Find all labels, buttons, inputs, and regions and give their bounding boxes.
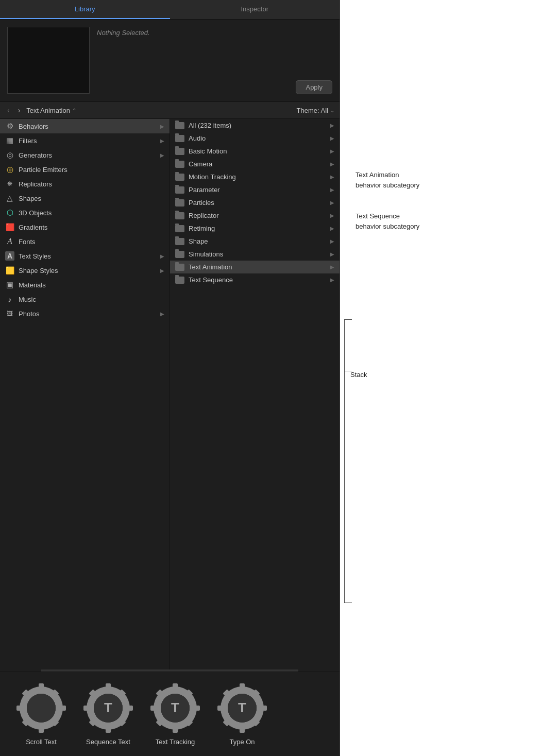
category-label-all: All (232 items): [189, 122, 231, 129]
stack-annotation-text: Stack: [350, 371, 367, 379]
left-panel: Library Inspector Nothing Selected. Appl…: [0, 0, 340, 756]
sidebar-label-music: Music: [19, 296, 36, 303]
sidebar-item-photos[interactable]: 🖼 Photos ▶: [0, 306, 170, 321]
sidebar-item-generators[interactable]: ◎ Generators ▶: [0, 148, 170, 162]
category-label-replicator: Replicator: [189, 212, 219, 219]
category-item-parameter[interactable]: Parameter ▶: [170, 183, 340, 196]
sidebar-item-shape-styles[interactable]: 🟨 Shape Styles ▶: [0, 263, 170, 278]
preview-info: Nothing Selected. Apply: [97, 27, 332, 94]
category-list: All (232 items) ▶ Audio ▶ Basic Motion ▶…: [170, 119, 340, 669]
grid-item-type-on[interactable]: T Type On: [216, 682, 268, 746]
text-tracking-icon: T: [149, 682, 201, 734]
svg-text:T: T: [238, 700, 246, 715]
gradients-icon: 🟥: [5, 222, 14, 232]
folder-motion-tracking-icon: [175, 174, 184, 181]
tab-inspector[interactable]: Inspector: [170, 0, 340, 19]
category-label-camera: Camera: [189, 160, 212, 168]
scroll-text-icon: [15, 682, 67, 734]
folder-parameter-icon: [175, 186, 184, 194]
folder-all-icon: [175, 122, 184, 129]
category-item-text-animation[interactable]: Text Animation ▶: [170, 261, 340, 273]
tab-library[interactable]: Library: [0, 0, 170, 19]
sidebar-item-fonts[interactable]: A Fonts: [0, 234, 170, 249]
sidebar-label-materials: Materials: [19, 281, 46, 289]
folder-audio-icon: [175, 135, 184, 142]
category-item-simulations[interactable]: Simulations ▶: [170, 248, 340, 261]
category-label-parameter: Parameter: [189, 186, 220, 194]
sidebar-label-particle-emitters: Particle Emitters: [19, 166, 67, 174]
sidebar-label-3d-objects: 3D Objects: [19, 209, 52, 217]
nav-back-arrow[interactable]: ‹: [5, 105, 12, 115]
folder-text-animation-icon: [175, 264, 184, 271]
shapes-icon: △: [5, 194, 14, 203]
svg-rect-26: [173, 727, 178, 733]
motion-tracking-arrow: ▶: [330, 174, 334, 180]
folder-camera-icon: [175, 161, 184, 168]
category-label-basic-motion: Basic Motion: [189, 147, 227, 155]
nav-theme[interactable]: Theme: All ⌄: [297, 107, 334, 114]
sidebar-item-shapes[interactable]: △ Shapes: [0, 191, 170, 205]
sequence-text-icon: T: [82, 682, 134, 734]
behaviors-icon: ⚙: [5, 122, 14, 131]
grid-item-sequence-text[interactable]: T Sequence Text: [82, 682, 134, 746]
sidebar-label-replicators: Replicators: [19, 180, 52, 188]
category-item-retiming[interactable]: Retiming ▶: [170, 222, 340, 235]
category-item-replicator[interactable]: Replicator ▶: [170, 209, 340, 222]
items-grid: Scroll Text: [0, 672, 340, 756]
simulations-arrow: ▶: [330, 251, 334, 257]
svg-rect-27: [150, 706, 157, 711]
category-item-all[interactable]: All (232 items) ▶: [170, 119, 340, 132]
grid-item-text-tracking[interactable]: T Text Tracking: [149, 682, 201, 746]
sidebar-item-particle-emitters[interactable]: ◎ Particle Emitters: [0, 162, 170, 177]
category-label-shape: Shape: [189, 237, 208, 245]
category-item-camera[interactable]: Camera ▶: [170, 158, 340, 170]
preview-thumbnail: [7, 27, 90, 94]
folder-replicator-icon: [175, 212, 184, 219]
category-item-motion-tracking[interactable]: Motion Tracking ▶: [170, 170, 340, 183]
filters-icon: ▦: [5, 136, 14, 145]
sidebar-label-shape-styles: Shape Styles: [19, 267, 58, 274]
svg-rect-25: [173, 683, 178, 690]
sequence-text-label: Sequence Text: [86, 738, 130, 746]
sidebar-item-music[interactable]: ♪ Music: [0, 292, 170, 306]
category-item-text-sequence[interactable]: Text Sequence ▶: [170, 273, 340, 286]
category-label-audio: Audio: [189, 134, 206, 142]
sidebar-item-3d-objects[interactable]: ⬡ 3D Objects: [0, 205, 170, 220]
category-item-shape[interactable]: Shape ▶: [170, 235, 340, 248]
sidebar-item-filters[interactable]: ▦ Filters ▶: [0, 133, 170, 148]
svg-rect-40: [261, 706, 267, 711]
sidebar-list: ⚙ Behaviors ▶ ▦ Filters ▶ ◎ Generators ▶…: [0, 119, 170, 669]
folder-retiming-icon: [175, 225, 184, 232]
generators-icon: ◎: [5, 150, 14, 160]
photos-arrow: ▶: [160, 311, 164, 317]
apply-button[interactable]: Apply: [296, 80, 332, 94]
svg-rect-37: [240, 683, 245, 690]
category-item-basic-motion[interactable]: Basic Motion ▶: [170, 145, 340, 158]
sidebar-label-gradients: Gradients: [19, 224, 47, 231]
category-item-particles[interactable]: Particles ▶: [170, 196, 340, 209]
sidebar-label-behaviors: Behaviors: [19, 123, 48, 130]
filters-arrow: ▶: [160, 138, 164, 144]
grid-item-scroll-text[interactable]: Scroll Text: [15, 682, 67, 746]
svg-rect-2: [39, 683, 44, 690]
sidebar-item-behaviors[interactable]: ⚙ Behaviors ▶: [0, 119, 170, 133]
nav-category[interactable]: Text Animation ⌃: [26, 107, 76, 114]
generators-arrow: ▶: [160, 152, 164, 158]
stack-annotation: Stack: [350, 371, 367, 379]
category-item-audio[interactable]: Audio ▶: [170, 132, 340, 145]
nav-theme-label: Theme: All: [297, 107, 328, 114]
svg-rect-3: [39, 727, 44, 733]
sidebar-item-gradients[interactable]: 🟥 Gradients: [0, 220, 170, 234]
sidebar-item-replicators[interactable]: ❋ Replicators: [0, 177, 170, 191]
nav-forward-arrow[interactable]: ›: [16, 105, 23, 115]
category-label-simulations: Simulations: [189, 250, 223, 258]
folder-particles-icon: [175, 199, 184, 207]
sidebar-item-materials[interactable]: ▣ Materials: [0, 278, 170, 292]
music-icon: ♪: [5, 295, 14, 304]
category-label-text-animation: Text Animation: [189, 263, 232, 271]
category-label-particles: Particles: [189, 199, 214, 207]
svg-text:T: T: [171, 700, 179, 715]
materials-icon: ▣: [5, 280, 14, 289]
sidebar-item-text-styles[interactable]: A Text Styles ▶: [0, 249, 170, 263]
shape-arrow: ▶: [330, 238, 334, 244]
